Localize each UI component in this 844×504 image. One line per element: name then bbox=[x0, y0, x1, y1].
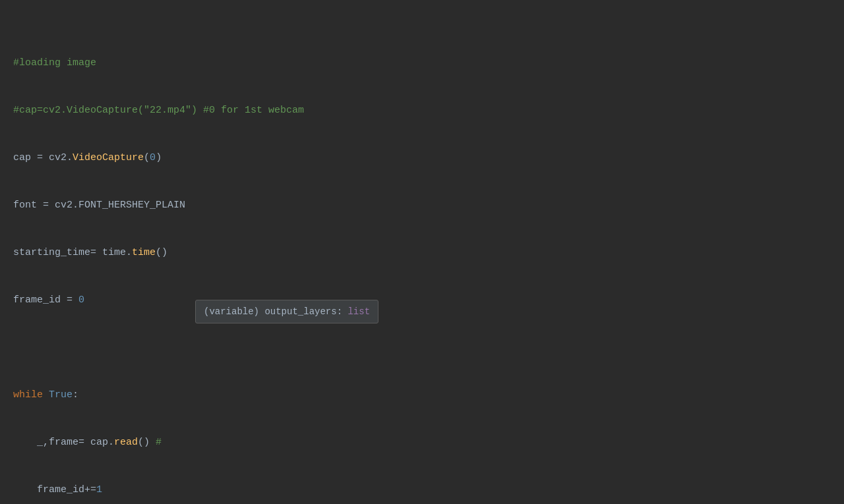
line-read: _,frame= cap.read() # bbox=[13, 435, 831, 451]
line-frameid: frame_id+=1 bbox=[13, 482, 831, 498]
comment-cap-video: #cap=cv2.VideoCapture("22.mp4") #0 for 1… bbox=[13, 105, 304, 116]
var-cap: cap bbox=[13, 152, 31, 163]
line-4: font = cv2.FONT_HERSHEY_PLAIN bbox=[13, 198, 831, 213]
line-while: while True: bbox=[13, 387, 831, 403]
line-blank-1 bbox=[13, 340, 831, 356]
variable-tooltip: (variable) output_layers: list bbox=[195, 300, 378, 323]
line-2: #cap=cv2.VideoCapture("22.mp4") #0 for 1… bbox=[13, 103, 831, 119]
tooltip-prefix: (variable) output_layers: bbox=[204, 306, 347, 317]
line-6: frame_id = 0 bbox=[13, 293, 831, 308]
comment-loading: #loading image bbox=[13, 57, 96, 69]
line-3: cap = cv2.VideoCapture(0) bbox=[13, 150, 831, 166]
tooltip-type: list bbox=[347, 306, 370, 317]
line-1: #loading image bbox=[13, 55, 831, 71]
line-5: starting_time= time.time() bbox=[13, 245, 831, 261]
code-editor: #loading image #cap=cv2.VideoCapture("22… bbox=[0, 0, 844, 504]
